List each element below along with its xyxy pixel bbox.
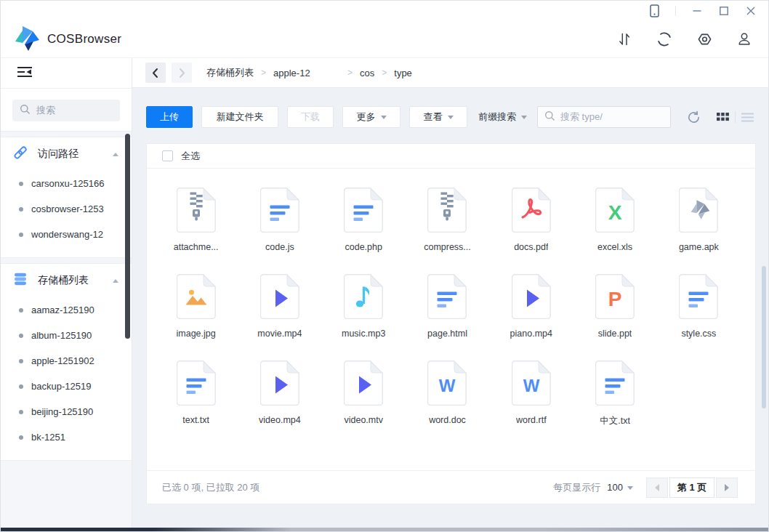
sidebar-item[interactable]: beijing-125190 bbox=[1, 399, 132, 424]
file-name: 中文.txt bbox=[600, 415, 630, 427]
next-page-button[interactable] bbox=[716, 477, 738, 498]
per-page-select[interactable]: 100 bbox=[607, 482, 633, 493]
sidebar-scrollbar[interactable] bbox=[125, 134, 130, 339]
sidebar-search-input[interactable]: 搜索 bbox=[12, 100, 120, 121]
file-type-pdf-icon bbox=[512, 188, 551, 235]
sidebar-item-label: wonderswang-12 bbox=[31, 229, 103, 240]
sidebar-section-divider bbox=[1, 131, 132, 137]
object-search-placeholder: 搜索 type/ bbox=[560, 110, 603, 124]
file-item[interactable]: X excel.xls bbox=[573, 188, 656, 252]
prev-page-button[interactable] bbox=[646, 477, 668, 498]
file-item[interactable]: P slide.ppt bbox=[573, 274, 656, 339]
app-header: COSBrowser bbox=[1, 21, 768, 57]
breadcrumb-item[interactable]: type bbox=[394, 68, 412, 78]
file-item[interactable]: docs.pdf bbox=[489, 188, 573, 252]
sidebar-item[interactable]: carsonxu-125166 bbox=[1, 171, 132, 196]
close-button[interactable] bbox=[745, 4, 757, 17]
file-item[interactable]: music.mp3 bbox=[322, 274, 406, 339]
file-type-text-icon bbox=[679, 274, 718, 322]
sidebar-section-header[interactable]: 访问路径 bbox=[1, 137, 132, 171]
settings-icon[interactable] bbox=[696, 31, 712, 47]
file-grid: attachme... code.js code.php compress...… bbox=[147, 169, 755, 470]
file-item[interactable]: text.txt bbox=[154, 360, 238, 427]
object-search-input[interactable]: 搜索 type/ bbox=[537, 106, 671, 128]
toolbar: 上传 新建文件夹 下载 更多 查看 前缀搜索 搜索 type/ bbox=[132, 88, 768, 136]
file-type-apk-icon bbox=[679, 188, 718, 235]
file-type-video-icon bbox=[512, 274, 551, 322]
download-button[interactable]: 下载 bbox=[287, 106, 334, 128]
sidebar-item[interactable]: cosbrowser-1253 bbox=[1, 196, 132, 222]
minimize-button[interactable] bbox=[691, 4, 703, 17]
file-name: docs.pdf bbox=[514, 242, 548, 252]
file-name: image.jpg bbox=[177, 329, 216, 339]
chevron-down-icon bbox=[521, 116, 527, 122]
file-item[interactable]: code.js bbox=[238, 188, 321, 252]
file-type-text-icon bbox=[177, 360, 216, 408]
file-item[interactable]: image.jpg bbox=[154, 274, 238, 339]
selection-status: 已选 0 项, 已拉取 20 项 bbox=[162, 481, 553, 494]
file-type-excel-icon: X bbox=[595, 188, 635, 235]
sidebar-section-header[interactable]: 存储桶列表 bbox=[1, 264, 132, 297]
sidebar-item[interactable]: bk-1251 bbox=[1, 424, 132, 450]
file-type-text-icon bbox=[427, 274, 467, 322]
file-name: style.css bbox=[681, 329, 716, 339]
breadcrumb-separator: > bbox=[382, 68, 387, 78]
mobile-device-icon[interactable] bbox=[648, 4, 660, 17]
maximize-button[interactable] bbox=[718, 4, 730, 17]
app-title: COSBrowser bbox=[47, 32, 121, 47]
breadcrumb-separator: > bbox=[261, 68, 266, 78]
file-item[interactable]: compress... bbox=[406, 188, 489, 252]
bullet-icon bbox=[19, 334, 23, 338]
file-item[interactable]: page.html bbox=[406, 274, 489, 339]
sidebar-item-label: aamaz-125190 bbox=[31, 305, 94, 315]
sidebar-item[interactable]: aamaz-125190 bbox=[1, 297, 132, 323]
file-item[interactable]: style.css bbox=[657, 274, 741, 339]
file-item[interactable]: video.mtv bbox=[322, 360, 406, 427]
refresh-icon[interactable] bbox=[687, 106, 701, 128]
file-item[interactable]: W word.rtf bbox=[489, 360, 573, 427]
sidebar-item[interactable]: backup-12519 bbox=[1, 374, 132, 399]
back-button[interactable] bbox=[145, 63, 166, 83]
view-button[interactable]: 查看 bbox=[409, 106, 467, 128]
breadcrumb-item[interactable]: apple-12 bbox=[273, 68, 340, 78]
file-item[interactable]: movie.mp4 bbox=[238, 274, 321, 339]
more-button[interactable]: 更多 bbox=[342, 106, 400, 128]
chevron-down-icon bbox=[381, 116, 387, 122]
file-type-text-icon bbox=[260, 188, 299, 235]
collapse-sidebar-icon[interactable] bbox=[17, 66, 33, 81]
user-icon[interactable] bbox=[736, 31, 752, 47]
file-item[interactable]: game.apk bbox=[657, 188, 741, 252]
file-item[interactable]: 中文.txt bbox=[573, 360, 656, 427]
file-item[interactable]: piano.mp4 bbox=[489, 274, 573, 339]
sidebar-item[interactable]: wonderswang-12 bbox=[1, 222, 132, 247]
forward-button[interactable] bbox=[172, 63, 192, 83]
file-item[interactable]: W word.doc bbox=[406, 360, 489, 427]
sidebar-item[interactable]: album-125190 bbox=[1, 323, 132, 348]
list-view-icon[interactable] bbox=[741, 106, 754, 128]
chevron-down-icon bbox=[627, 486, 633, 493]
select-all-checkbox[interactable] bbox=[162, 150, 173, 161]
file-name: word.rtf bbox=[516, 415, 547, 425]
file-item[interactable]: code.php bbox=[322, 188, 406, 252]
prefix-search-dropdown[interactable]: 前缀搜索 bbox=[478, 106, 527, 128]
new-folder-button[interactable]: 新建文件夹 bbox=[201, 106, 278, 128]
breadcrumb: 存储桶列表>apple-12>cos>type bbox=[206, 66, 412, 79]
sidebar-item[interactable]: apple-1251902 bbox=[1, 348, 132, 374]
file-name: page.html bbox=[427, 329, 467, 339]
upload-button[interactable]: 上传 bbox=[146, 106, 193, 128]
breadcrumb-item[interactable]: cos bbox=[360, 68, 374, 78]
transfer-icon[interactable] bbox=[616, 31, 632, 47]
sync-icon[interactable] bbox=[656, 31, 672, 47]
breadcrumb-item[interactable]: 存储桶列表 bbox=[206, 66, 254, 79]
file-type-zip-icon bbox=[177, 188, 216, 235]
list-footer: 已选 0 项, 已拉取 20 项 每页显示行 100 第 1 页 bbox=[147, 470, 755, 504]
cosbrowser-window: COSBrowser bbox=[0, 0, 769, 532]
sidebar-item-label: album-125190 bbox=[31, 330, 92, 341]
header-actions bbox=[616, 31, 752, 47]
grid-view-icon[interactable] bbox=[717, 106, 729, 128]
sidebar-item-label: beijing-125190 bbox=[31, 406, 93, 417]
file-item[interactable]: attachme... bbox=[154, 188, 238, 252]
main-scrollbar[interactable] bbox=[762, 266, 766, 408]
file-name: video.mp4 bbox=[259, 415, 301, 425]
file-item[interactable]: video.mp4 bbox=[238, 360, 321, 427]
